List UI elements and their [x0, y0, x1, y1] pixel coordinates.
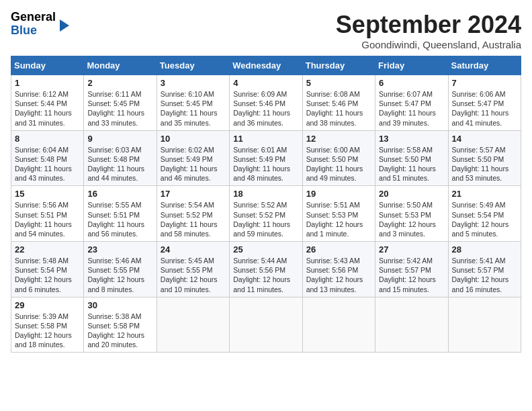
- day-info: Sunrise: 5:57 AM Sunset: 5:50 PM Dayligh…: [452, 145, 517, 183]
- day-number: 24: [161, 244, 226, 255]
- day-info: Sunrise: 5:49 AM Sunset: 5:54 PM Dayligh…: [452, 200, 517, 238]
- calendar-day-cell: 18Sunrise: 5:52 AM Sunset: 5:52 PM Dayli…: [230, 186, 302, 242]
- day-info: Sunrise: 6:06 AM Sunset: 5:47 PM Dayligh…: [452, 89, 517, 128]
- day-info: Sunrise: 5:39 AM Sunset: 5:58 PM Dayligh…: [15, 312, 80, 350]
- day-number: 14: [452, 134, 517, 144]
- day-info: Sunrise: 5:58 AM Sunset: 5:50 PM Dayligh…: [379, 145, 444, 183]
- calendar-day-cell: 27Sunrise: 5:42 AM Sunset: 5:57 PM Dayli…: [375, 242, 448, 298]
- calendar-week-row: 1Sunrise: 6:12 AM Sunset: 5:44 PM Daylig…: [11, 75, 521, 131]
- calendar-day-cell: 28Sunrise: 5:41 AM Sunset: 5:57 PM Dayli…: [448, 242, 521, 298]
- day-info: Sunrise: 5:56 AM Sunset: 5:51 PM Dayligh…: [15, 200, 80, 238]
- calendar-day-cell: [302, 297, 375, 353]
- calendar-day-cell: 3Sunrise: 6:10 AM Sunset: 5:45 PM Daylig…: [157, 75, 229, 131]
- day-number: 30: [87, 300, 152, 310]
- calendar-table: SundayMondayTuesdayWednesdayThursdayFrid…: [11, 56, 521, 353]
- day-info: Sunrise: 5:46 AM Sunset: 5:55 PM Dayligh…: [87, 256, 152, 294]
- day-info: Sunrise: 6:04 AM Sunset: 5:48 PM Dayligh…: [15, 145, 80, 183]
- calendar-day-cell: [448, 297, 521, 353]
- calendar-day-cell: 23Sunrise: 5:46 AM Sunset: 5:55 PM Dayli…: [84, 242, 157, 298]
- day-info: Sunrise: 6:03 AM Sunset: 5:48 PM Dayligh…: [87, 145, 152, 183]
- day-number: 2: [87, 78, 152, 88]
- day-number: 6: [379, 78, 444, 88]
- day-info: Sunrise: 6:02 AM Sunset: 5:49 PM Dayligh…: [161, 145, 226, 183]
- day-number: 4: [233, 78, 298, 88]
- calendar-day-cell: 14Sunrise: 5:57 AM Sunset: 5:50 PM Dayli…: [448, 130, 521, 186]
- day-info: Sunrise: 5:51 AM Sunset: 5:53 PM Dayligh…: [306, 200, 371, 238]
- calendar-day-cell: 19Sunrise: 5:51 AM Sunset: 5:53 PM Dayli…: [302, 186, 375, 242]
- calendar-day-cell: 21Sunrise: 5:49 AM Sunset: 5:54 PM Dayli…: [448, 186, 521, 242]
- calendar-header-row: SundayMondayTuesdayWednesdayThursdayFrid…: [11, 56, 521, 75]
- day-info: Sunrise: 6:08 AM Sunset: 5:46 PM Dayligh…: [306, 89, 371, 128]
- calendar-day-cell: 15Sunrise: 5:56 AM Sunset: 5:51 PM Dayli…: [11, 186, 84, 242]
- calendar-week-row: 22Sunrise: 5:48 AM Sunset: 5:54 PM Dayli…: [11, 242, 521, 298]
- day-info: Sunrise: 6:07 AM Sunset: 5:47 PM Dayligh…: [379, 89, 444, 128]
- day-number: 20: [379, 189, 444, 199]
- day-number: 29: [15, 300, 80, 310]
- day-info: Sunrise: 5:55 AM Sunset: 5:51 PM Dayligh…: [87, 200, 152, 238]
- day-number: 1: [15, 78, 80, 88]
- calendar-day-cell: 22Sunrise: 5:48 AM Sunset: 5:54 PM Dayli…: [11, 242, 84, 298]
- title-section: September 2024 Goondiwindi, Queensland, …: [336, 11, 521, 50]
- logo: General Blue: [11, 11, 69, 38]
- calendar-day-cell: [157, 297, 229, 353]
- calendar-day-cell: 5Sunrise: 6:08 AM Sunset: 5:46 PM Daylig…: [302, 75, 375, 131]
- day-info: Sunrise: 6:10 AM Sunset: 5:45 PM Dayligh…: [161, 89, 226, 128]
- weekday-header-saturday: Saturday: [448, 56, 521, 75]
- day-number: 13: [379, 134, 444, 144]
- calendar-day-cell: 24Sunrise: 5:45 AM Sunset: 5:55 PM Dayli…: [157, 242, 229, 298]
- day-number: 7: [452, 78, 517, 88]
- day-info: Sunrise: 5:54 AM Sunset: 5:52 PM Dayligh…: [161, 200, 226, 238]
- day-info: Sunrise: 5:44 AM Sunset: 5:56 PM Dayligh…: [233, 256, 298, 294]
- day-number: 25: [233, 244, 298, 255]
- day-info: Sunrise: 5:45 AM Sunset: 5:55 PM Dayligh…: [161, 256, 226, 294]
- calendar-day-cell: 6Sunrise: 6:07 AM Sunset: 5:47 PM Daylig…: [375, 75, 448, 131]
- day-number: 28: [452, 244, 517, 255]
- calendar-week-row: 29Sunrise: 5:39 AM Sunset: 5:58 PM Dayli…: [11, 297, 521, 353]
- day-number: 23: [87, 244, 152, 255]
- calendar-day-cell: 2Sunrise: 6:11 AM Sunset: 5:45 PM Daylig…: [84, 75, 157, 131]
- weekday-header-monday: Monday: [84, 56, 157, 75]
- day-number: 9: [87, 134, 152, 144]
- calendar-day-cell: 1Sunrise: 6:12 AM Sunset: 5:44 PM Daylig…: [11, 75, 84, 131]
- calendar-day-cell: 7Sunrise: 6:06 AM Sunset: 5:47 PM Daylig…: [448, 75, 521, 131]
- calendar-day-cell: 12Sunrise: 6:00 AM Sunset: 5:50 PM Dayli…: [302, 130, 375, 186]
- day-number: 12: [306, 134, 371, 144]
- calendar-week-row: 15Sunrise: 5:56 AM Sunset: 5:51 PM Dayli…: [11, 186, 521, 242]
- logo-blue: Blue: [11, 24, 37, 37]
- calendar-day-cell: 17Sunrise: 5:54 AM Sunset: 5:52 PM Dayli…: [157, 186, 229, 242]
- weekday-header-sunday: Sunday: [11, 56, 84, 75]
- day-number: 3: [161, 78, 226, 88]
- day-info: Sunrise: 5:42 AM Sunset: 5:57 PM Dayligh…: [379, 256, 444, 294]
- calendar-day-cell: 11Sunrise: 6:01 AM Sunset: 5:49 PM Dayli…: [230, 130, 302, 186]
- day-info: Sunrise: 6:12 AM Sunset: 5:44 PM Dayligh…: [15, 89, 80, 128]
- day-info: Sunrise: 6:00 AM Sunset: 5:50 PM Dayligh…: [306, 145, 371, 183]
- calendar-day-cell: 4Sunrise: 6:09 AM Sunset: 5:46 PM Daylig…: [230, 75, 302, 131]
- calendar-week-row: 8Sunrise: 6:04 AM Sunset: 5:48 PM Daylig…: [11, 130, 521, 186]
- calendar-day-cell: [230, 297, 302, 353]
- day-info: Sunrise: 6:01 AM Sunset: 5:49 PM Dayligh…: [233, 145, 298, 183]
- day-info: Sunrise: 5:38 AM Sunset: 5:58 PM Dayligh…: [87, 312, 152, 350]
- logo-general: General: [11, 10, 56, 24]
- calendar-day-cell: 13Sunrise: 5:58 AM Sunset: 5:50 PM Dayli…: [375, 130, 448, 186]
- day-number: 26: [306, 244, 371, 255]
- day-number: 17: [161, 189, 226, 199]
- calendar-day-cell: 30Sunrise: 5:38 AM Sunset: 5:58 PM Dayli…: [84, 297, 157, 353]
- day-info: Sunrise: 5:52 AM Sunset: 5:52 PM Dayligh…: [233, 200, 298, 238]
- day-number: 5: [306, 78, 371, 88]
- calendar-day-cell: 20Sunrise: 5:50 AM Sunset: 5:53 PM Dayli…: [375, 186, 448, 242]
- calendar-day-cell: 8Sunrise: 6:04 AM Sunset: 5:48 PM Daylig…: [11, 130, 84, 186]
- calendar-day-cell: 29Sunrise: 5:39 AM Sunset: 5:58 PM Dayli…: [11, 297, 84, 353]
- weekday-header-wednesday: Wednesday: [230, 56, 302, 75]
- calendar-day-cell: 25Sunrise: 5:44 AM Sunset: 5:56 PM Dayli…: [230, 242, 302, 298]
- calendar-day-cell: 10Sunrise: 6:02 AM Sunset: 5:49 PM Dayli…: [157, 130, 229, 186]
- day-number: 10: [161, 134, 226, 144]
- calendar-day-cell: 26Sunrise: 5:43 AM Sunset: 5:56 PM Dayli…: [302, 242, 375, 298]
- calendar-day-cell: 16Sunrise: 5:55 AM Sunset: 5:51 PM Dayli…: [84, 186, 157, 242]
- month-title: September 2024: [336, 11, 521, 39]
- day-number: 8: [15, 134, 80, 144]
- day-info: Sunrise: 5:50 AM Sunset: 5:53 PM Dayligh…: [379, 200, 444, 238]
- day-number: 19: [306, 189, 371, 199]
- day-info: Sunrise: 5:43 AM Sunset: 5:56 PM Dayligh…: [306, 256, 371, 294]
- logo-arrow-icon: [60, 19, 69, 32]
- calendar-day-cell: [375, 297, 448, 353]
